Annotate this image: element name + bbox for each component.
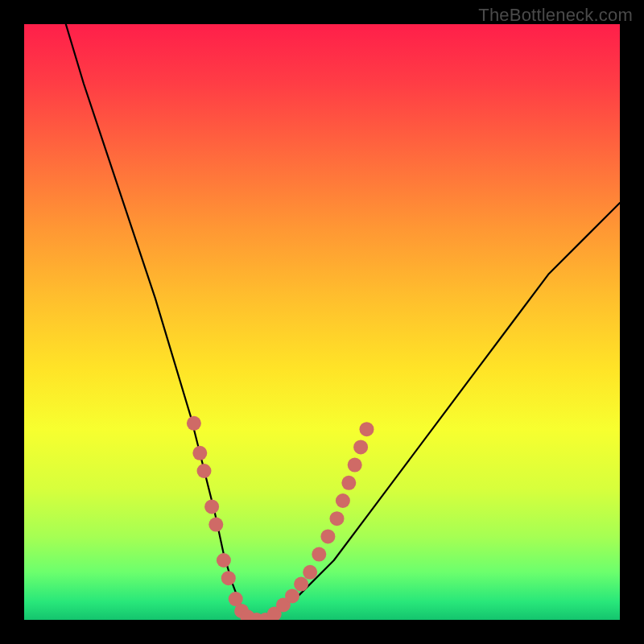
highlight-point xyxy=(320,529,335,543)
highlight-point xyxy=(348,458,362,473)
highlight-point xyxy=(197,464,212,478)
chart-stage: TheBottleneck.com xyxy=(0,0,644,644)
highlight-point xyxy=(360,422,374,436)
highlight-point xyxy=(204,499,219,514)
bottleneck-curve-line xyxy=(66,24,620,620)
chart-svg xyxy=(24,24,620,620)
highlight-point xyxy=(330,511,345,526)
chart-plot-area xyxy=(24,24,620,620)
highlight-point xyxy=(192,446,207,460)
highlight-point xyxy=(303,565,317,580)
highlight-point xyxy=(285,588,299,603)
highlight-point xyxy=(312,547,326,562)
highlight-point xyxy=(217,553,231,568)
highlight-point xyxy=(294,577,308,592)
highlight-point xyxy=(221,571,236,585)
highlight-point xyxy=(187,416,201,431)
highlight-point xyxy=(353,440,368,454)
highlight-point xyxy=(336,493,350,508)
highlight-point xyxy=(208,518,223,532)
watermark-text: TheBottleneck.com xyxy=(478,5,633,26)
highlighted-points-group xyxy=(187,416,374,620)
highlight-point xyxy=(341,476,356,490)
